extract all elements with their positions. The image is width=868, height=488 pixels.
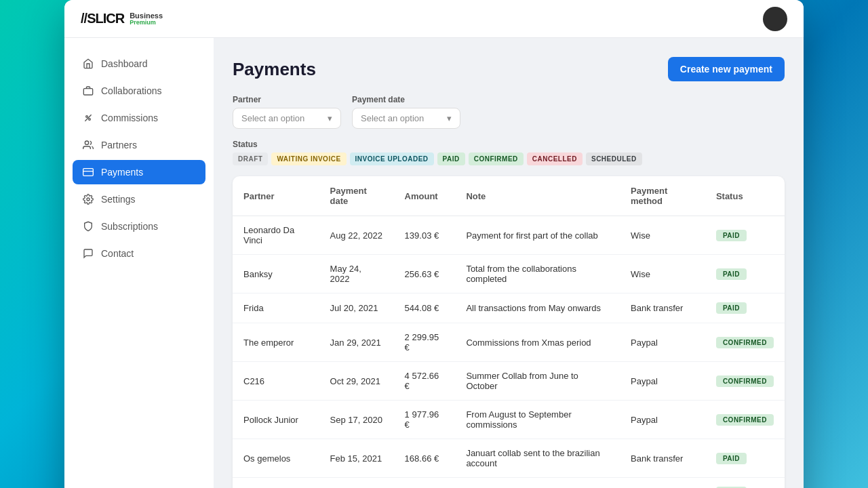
status-badge-waiting[interactable]: WAITING INVOICE [271,152,346,165]
status-badge-draft[interactable]: DRAFT [233,152,268,165]
cell-date: Nov 9, 2021 [319,478,394,489]
status-filter-group: Status DRAFT WAITING INVOICE INVOICE UPL… [233,140,642,165]
table-row[interactable]: Os gemelos Feb 15, 2021 168.66 € Januart… [233,439,785,478]
sidebar-item-commissions[interactable]: Commissions [73,106,205,130]
col-amount: Amount [394,176,456,216]
avatar[interactable] [763,7,787,31]
cell-status: CONFIRMED [705,401,785,439]
svg-rect-0 [83,89,92,95]
cell-date: Sep 17, 2020 [319,401,394,439]
main-layout: Dashboard Collaborations [64,38,804,488]
cell-partner: Aroe [233,478,319,489]
cell-note: From August to September commissions [455,401,620,439]
logo-name: SLICR [87,11,124,26]
cell-note: Commissions from Xmas period [455,323,620,362]
cell-amount: 139.03 € [394,216,456,255]
cell-status: PAID [705,255,785,293]
cell-note: Total from the collaborations completed [455,255,620,293]
svg-point-4 [85,141,88,144]
sidebar-item-contact[interactable]: Contact [73,241,205,266]
table-body: Leonardo Da Vinci Aug 22, 2022 139.03 € … [233,216,785,489]
cell-note: Summer Collab from June to October [455,362,620,401]
logo-text: //SLICR [81,11,124,26]
svg-point-1 [86,116,88,118]
sidebar-item-collaborations[interactable]: Collaborations [73,79,205,103]
shield-icon [82,220,94,232]
cell-partner: Frida [233,293,319,323]
cell-date: Aug 22, 2022 [319,216,394,255]
logo-slashes: // [81,11,87,26]
row-status-badge: PAID [716,302,747,314]
sidebar-label-collaborations: Collaborations [101,85,162,96]
table-row[interactable]: Leonardo Da Vinci Aug 22, 2022 139.03 € … [233,216,785,255]
table-row[interactable]: The emperor Jan 29, 2021 2 299.95 € Comm… [233,323,785,362]
cell-date: Jan 29, 2021 [319,323,394,362]
chat-icon [82,247,94,260]
row-status-badge: PAID [716,268,747,280]
cell-method: Bank transfer [620,293,705,323]
cell-date: Jul 20, 2021 [319,293,394,323]
cell-status: PAID [705,216,785,255]
table-header: Partner Payment date Amount Note Payment… [233,176,785,216]
cell-amount: 168.66 € [394,439,456,478]
sidebar-item-subscriptions[interactable]: Subscriptions [73,214,205,239]
users-icon [82,139,94,151]
create-payment-button[interactable]: Create new payment [668,57,785,81]
page-header: Payments Create new payment [233,57,785,81]
sidebar-item-settings[interactable]: Settings [73,187,205,211]
col-method: Payment method [620,176,705,216]
status-badge-confirmed[interactable]: CONFIRMED [469,152,524,165]
percent-icon [82,112,94,124]
cell-status: PAID [705,439,785,478]
row-status-badge: CONFIRMED [716,337,774,348]
table-row[interactable]: Banksy May 24, 2022 256.63 € Total from … [233,255,785,293]
cell-status: CONFIRMED [705,323,785,362]
gear-icon [82,193,94,205]
table-row[interactable]: Frida Jul 20, 2021 544.08 € All transact… [233,293,785,323]
page-title: Payments [233,59,316,80]
cell-note: Payment for first part of the collab [455,216,620,255]
status-badge-invoice[interactable]: INVOICE UPLOADED [350,152,434,165]
partner-select-placeholder: Select an option [241,113,304,123]
date-select-placeholder: Select an option [361,113,424,123]
filters-row: Partner Select an option ▾ Payment date … [233,95,785,165]
cell-date: May 24, 2022 [319,255,394,293]
cell-note: November collab [455,478,620,489]
col-note: Note [455,176,620,216]
col-status: Status [705,176,785,216]
date-filter-label: Payment date [352,95,460,104]
status-badge-scheduled[interactable]: SCHEDULED [586,152,642,165]
partner-select[interactable]: Select an option ▾ [233,108,341,129]
row-status-badge: PAID [716,453,747,464]
sidebar-item-payments[interactable]: Payments [73,160,205,184]
status-badges-container: DRAFT WAITING INVOICE INVOICE UPLOADED P… [233,152,642,165]
logo-brand: Business Premium [130,12,163,26]
logo: //SLICR Business Premium [81,11,163,26]
status-badge-cancelled[interactable]: CANCELLED [527,152,583,165]
cell-partner: C216 [233,362,319,401]
payments-table-container: Partner Payment date Amount Note Payment… [233,176,785,488]
svg-point-7 [87,198,90,201]
partner-filter-group: Partner Select an option ▾ [233,95,341,129]
logo-business: Business [130,12,163,20]
col-partner: Partner [233,176,319,216]
sidebar-item-partners[interactable]: Partners [73,133,205,157]
credit-card-icon [82,166,94,178]
col-date: Payment date [319,176,394,216]
cell-method: Paypal [620,401,705,439]
status-badge-paid[interactable]: PAID [437,152,465,165]
table-row[interactable]: C216 Oct 29, 2021 4 572.66 € Summer Coll… [233,362,785,401]
sidebar-item-dashboard[interactable]: Dashboard [73,52,205,76]
cell-method: Bank transfer [620,478,705,489]
table-row[interactable]: Aroe Nov 9, 2021 236.6 € November collab… [233,478,785,489]
cell-method: Bank transfer [620,439,705,478]
sidebar-label-payments: Payments [101,167,143,178]
cell-amount: 4 572.66 € [394,362,456,401]
table-row[interactable]: Pollock Junior Sep 17, 2020 1 977.96 € F… [233,401,785,439]
sidebar: Dashboard Collaborations [64,38,214,488]
cell-partner: Banksy [233,255,319,293]
cell-date: Feb 15, 2021 [319,439,394,478]
sidebar-label-settings: Settings [101,194,136,205]
date-select[interactable]: Select an option ▾ [352,108,460,129]
cell-method: Paypal [620,323,705,362]
